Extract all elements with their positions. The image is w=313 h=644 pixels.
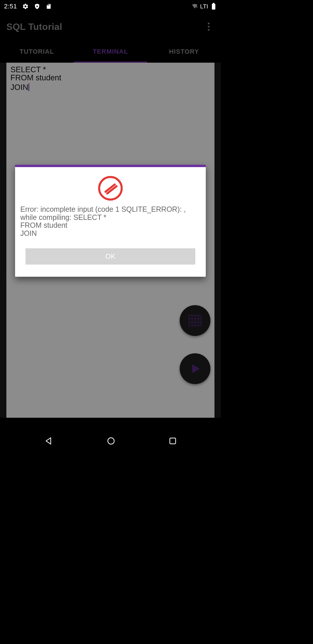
settings-gear-icon bbox=[22, 3, 29, 10]
dialog-icon-container bbox=[15, 167, 206, 205]
battery-full-icon bbox=[210, 3, 217, 10]
ok-button[interactable]: OK bbox=[26, 248, 195, 265]
status-time: 2:51 bbox=[4, 3, 17, 10]
error-circle-icon bbox=[97, 175, 123, 201]
status-left-group: 2:51 bbox=[4, 3, 52, 10]
svg-rect-2 bbox=[213, 3, 214, 4]
status-bar: 2:51 × LTI bbox=[0, 0, 221, 13]
status-right-group: × LTI bbox=[192, 3, 217, 10]
sd-card-icon bbox=[46, 3, 52, 10]
nav-home-button[interactable] bbox=[107, 437, 115, 446]
system-nav-bar bbox=[0, 428, 221, 455]
network-label: LTI bbox=[200, 3, 208, 10]
svg-rect-7 bbox=[170, 438, 176, 444]
wifi-off-icon: × bbox=[192, 3, 198, 10]
svg-point-6 bbox=[108, 438, 114, 444]
ok-button-label: OK bbox=[105, 252, 116, 261]
nav-back-button[interactable] bbox=[44, 437, 53, 446]
dialog-message: Error: incomplete input (code 1 SQLITE_E… bbox=[15, 205, 206, 237]
play-protect-icon bbox=[34, 3, 40, 10]
nav-recents-button[interactable] bbox=[169, 437, 176, 446]
svg-rect-1 bbox=[212, 4, 215, 10]
error-dialog: Error: incomplete input (code 1 SQLITE_E… bbox=[15, 165, 206, 277]
svg-text:×: × bbox=[196, 6, 197, 9]
